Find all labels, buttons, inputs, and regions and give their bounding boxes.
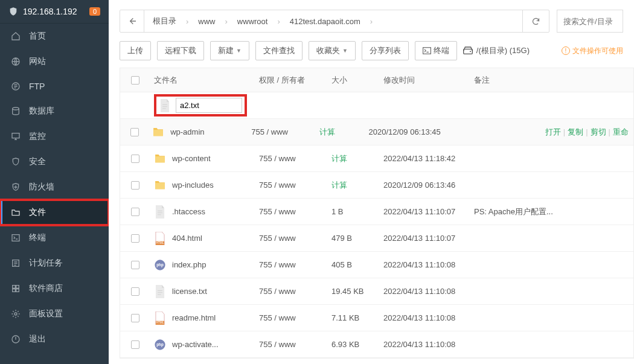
- row-checkbox[interactable]: [131, 314, 139, 322]
- remote-download-button[interactable]: 远程下载: [157, 41, 204, 60]
- file-name[interactable]: readme.html: [172, 313, 216, 322]
- rename-input[interactable]: [176, 98, 242, 113]
- share-list-button[interactable]: 分享列表: [362, 41, 409, 60]
- file-perm[interactable]: 755 / www: [259, 260, 331, 269]
- file-mtime: 2022/04/13 11:10:08: [383, 340, 474, 349]
- file-perm[interactable]: 755 / www: [259, 207, 331, 216]
- sidebar-item-exit[interactable]: 退出: [0, 327, 109, 352]
- search-input[interactable]: [563, 17, 616, 26]
- row-checkbox[interactable]: [131, 234, 139, 243]
- file-perm[interactable]: 755 / www: [259, 154, 331, 163]
- open-link[interactable]: 打开: [545, 127, 561, 136]
- file-perm[interactable]: 755 / www: [259, 340, 331, 349]
- svg-point-14: [470, 51, 471, 52]
- db-icon: [11, 106, 21, 116]
- file-name[interactable]: license.txt: [172, 287, 207, 296]
- sidebar: 192.168.1.192 0 首页网站FTP数据库监控安全防火墙文件终端计划任…: [0, 0, 109, 364]
- file-name[interactable]: index.php: [172, 260, 206, 269]
- file-name[interactable]: wp-admin: [170, 127, 204, 136]
- svg-rect-9: [16, 289, 19, 292]
- sidebar-item-tasks[interactable]: 计划任务: [0, 251, 109, 276]
- file-size[interactable]: 计算: [319, 127, 368, 138]
- chevron-down-icon: ▼: [342, 48, 348, 54]
- disk-icon: [463, 46, 473, 55]
- sidebar-item-store[interactable]: 软件商店: [0, 276, 109, 301]
- sidebar-item-terminal[interactable]: 终端: [0, 225, 109, 251]
- table-row[interactable]: wp-content755 / www计算2022/04/13 11:18:42: [120, 145, 633, 172]
- text-file-icon: [159, 99, 171, 112]
- sidebar-item-gear[interactable]: 面板设置: [0, 301, 109, 327]
- table-row[interactable]: HTMLreadme.html755 / www7.11 KB2022/04/1…: [120, 305, 633, 331]
- new-file-row: [120, 92, 633, 119]
- row-checkbox[interactable]: [131, 287, 139, 296]
- col-note[interactable]: 备注: [474, 75, 571, 86]
- arrow-left-icon: [127, 16, 137, 26]
- breadcrumb-segment[interactable]: 根目录: [144, 10, 185, 32]
- row-checkbox[interactable]: [131, 155, 139, 163]
- breadcrumb-segment[interactable]: www: [190, 10, 223, 32]
- rename-link[interactable]: 重命: [613, 127, 629, 136]
- refresh-button[interactable]: [522, 10, 549, 32]
- sidebar-item-shield[interactable]: 安全: [0, 149, 109, 174]
- table-row[interactable]: wp-includes755 / www计算2020/12/09 06:13:4…: [120, 172, 633, 199]
- copy-link[interactable]: 复制: [568, 127, 583, 136]
- table-row[interactable]: license.txt755 / www19.45 KB2022/04/13 1…: [120, 278, 633, 305]
- col-mtime[interactable]: 修改时间: [383, 75, 474, 86]
- sidebar-item-db[interactable]: 数据库: [0, 98, 109, 124]
- breadcrumb-segment[interactable]: wwwroot: [229, 10, 277, 32]
- file-size[interactable]: 计算: [331, 153, 383, 164]
- table-row[interactable]: wp-admin755 / www计算2020/12/09 06:13:45打开…: [120, 119, 633, 145]
- file-note[interactable]: PS: Apache用户配置...: [474, 206, 571, 217]
- row-checkbox[interactable]: [131, 261, 139, 269]
- terminal-icon: [11, 233, 21, 243]
- sidebar-item-folder[interactable]: 文件: [0, 200, 109, 225]
- favorites-button[interactable]: 收藏夹▼: [309, 41, 356, 60]
- col-name[interactable]: 文件名: [150, 75, 259, 86]
- file-perm[interactable]: 755 / www: [251, 127, 319, 136]
- find-button[interactable]: 文件查找: [255, 41, 303, 60]
- sidebar-item-globe[interactable]: 网站: [0, 49, 109, 74]
- table-row[interactable]: phpindex.php755 / www405 B2022/04/13 11:…: [120, 252, 633, 278]
- table-row[interactable]: HTML404.html755 / www479 B2022/04/13 11:…: [120, 225, 633, 252]
- svg-rect-13: [464, 49, 473, 54]
- file-name[interactable]: wp-content: [172, 154, 211, 163]
- file-name[interactable]: wp-includes: [172, 180, 214, 190]
- file-name[interactable]: .htaccess: [172, 207, 205, 216]
- cut-link[interactable]: 剪切: [591, 127, 606, 136]
- file-perm[interactable]: 755 / www: [259, 180, 331, 190]
- select-all-checkbox[interactable]: [131, 76, 139, 85]
- new-button[interactable]: 新建▼: [210, 41, 249, 60]
- table-row[interactable]: phpwp-activate...755 / www6.93 KB2022/04…: [120, 331, 633, 358]
- upload-button[interactable]: 上传: [120, 41, 151, 60]
- sidebar-item-ftp[interactable]: FTP: [0, 74, 109, 98]
- file-name[interactable]: wp-activate...: [172, 340, 219, 349]
- table-row[interactable]: .htaccess755 / www1 B2022/04/13 11:10:07…: [120, 199, 633, 225]
- file-size[interactable]: 计算: [331, 180, 383, 191]
- col-size[interactable]: 大小: [331, 75, 383, 86]
- row-checkbox[interactable]: [131, 208, 139, 216]
- row-checkbox[interactable]: [130, 128, 139, 136]
- tasks-icon: [11, 258, 21, 268]
- search-box[interactable]: [557, 10, 623, 33]
- sidebar-item-home[interactable]: 首页: [0, 24, 109, 49]
- file-perm[interactable]: 755 / www: [259, 313, 331, 322]
- file-name[interactable]: 404.html: [172, 234, 202, 243]
- file-perm[interactable]: 755 / www: [259, 287, 331, 296]
- file-perm[interactable]: 755 / www: [259, 234, 331, 243]
- breadcrumb-segment[interactable]: 412test.dapaoit.com: [281, 10, 369, 32]
- disk-info[interactable]: /(根目录) (15G): [463, 45, 530, 56]
- row-checkbox[interactable]: [131, 181, 139, 190]
- terminal-button[interactable]: 终端: [415, 41, 457, 60]
- svg-text:php: php: [156, 342, 164, 347]
- sidebar-item-firewall[interactable]: 防火墙: [0, 174, 109, 200]
- svg-rect-8: [13, 289, 16, 292]
- file-mtime: 2022/04/13 11:10:07: [383, 207, 474, 216]
- refresh-icon: [531, 17, 540, 26]
- folder-icon: [154, 152, 166, 165]
- folder-icon: [11, 208, 21, 217]
- row-checkbox[interactable]: [131, 340, 139, 349]
- sidebar-item-monitor[interactable]: 监控: [0, 124, 109, 149]
- notification-badge[interactable]: 0: [89, 7, 100, 16]
- back-button[interactable]: [120, 10, 144, 32]
- col-perm[interactable]: 权限 / 所有者: [259, 75, 331, 86]
